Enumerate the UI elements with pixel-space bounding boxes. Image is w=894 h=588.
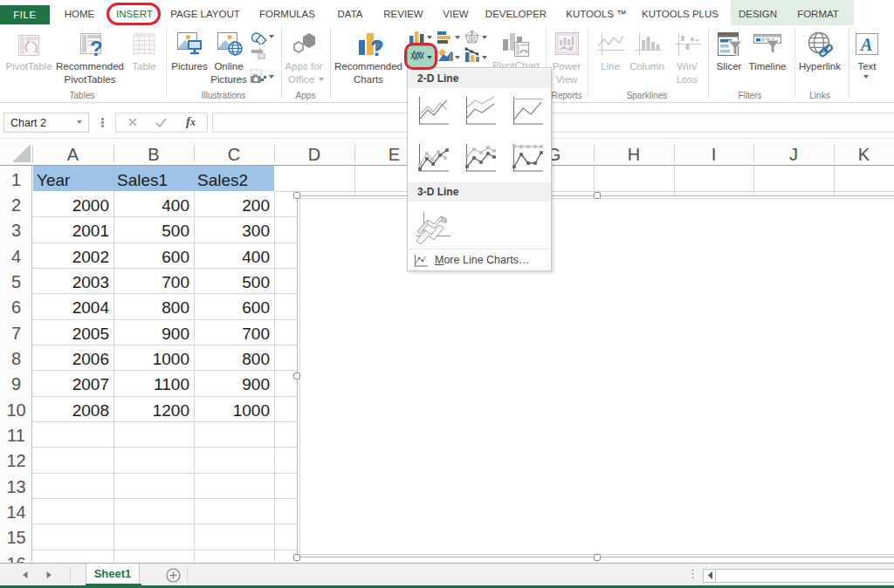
svg-text:A: A xyxy=(859,35,872,54)
svg-text:?: ? xyxy=(370,35,384,58)
svg-text:?: ? xyxy=(90,37,102,57)
